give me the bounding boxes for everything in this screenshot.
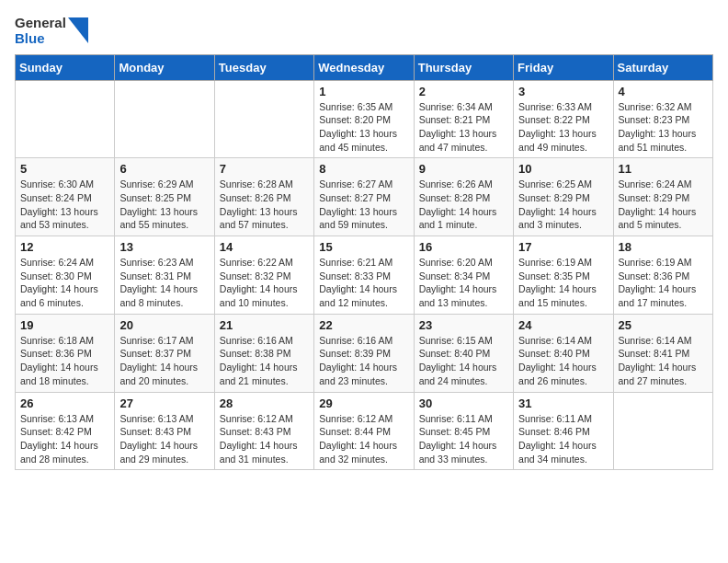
day-info: Sunrise: 6:28 AMSunset: 8:26 PMDaylight:… (220, 178, 309, 232)
day-number: 13 (119, 240, 209, 254)
calendar-cell (214, 80, 313, 158)
day-number: 15 (319, 240, 408, 254)
day-number: 24 (518, 318, 608, 332)
day-number: 9 (419, 162, 508, 176)
day-info: Sunrise: 6:11 AMSunset: 8:46 PMDaylight:… (518, 412, 608, 466)
day-number: 25 (619, 318, 708, 332)
logo-triangle-icon (68, 17, 88, 43)
day-info: Sunrise: 6:35 AMSunset: 8:20 PMDaylight:… (319, 100, 408, 155)
calendar-cell: 4Sunrise: 6:32 AMSunset: 8:23 PMDaylight… (613, 80, 712, 158)
logo: General Blue (15, 15, 88, 47)
day-info: Sunrise: 6:24 AMSunset: 8:29 PMDaylight:… (619, 178, 708, 232)
day-info: Sunrise: 6:13 AMSunset: 8:43 PMDaylight:… (119, 412, 209, 466)
calendar-cell: 12Sunrise: 6:24 AMSunset: 8:30 PMDayligh… (16, 236, 115, 315)
calendar-week-row: 12Sunrise: 6:24 AMSunset: 8:30 PMDayligh… (16, 236, 713, 315)
day-info: Sunrise: 6:19 AMSunset: 8:35 PMDaylight:… (518, 256, 608, 310)
calendar-cell: 14Sunrise: 6:22 AMSunset: 8:32 PMDayligh… (214, 236, 313, 315)
calendar-cell: 27Sunrise: 6:13 AMSunset: 8:43 PMDayligh… (115, 392, 214, 470)
day-number: 7 (220, 162, 309, 176)
day-info: Sunrise: 6:25 AMSunset: 8:29 PMDaylight:… (518, 178, 608, 232)
day-info: Sunrise: 6:34 AMSunset: 8:21 PMDaylight:… (419, 100, 508, 155)
day-number: 22 (319, 318, 408, 332)
day-number: 17 (518, 240, 608, 254)
weekday-header-monday: Monday (115, 54, 214, 80)
calendar-cell: 19Sunrise: 6:18 AMSunset: 8:36 PMDayligh… (16, 314, 115, 392)
calendar-cell: 2Sunrise: 6:34 AMSunset: 8:21 PMDaylight… (414, 80, 513, 158)
day-info: Sunrise: 6:14 AMSunset: 8:40 PMDaylight:… (518, 334, 608, 388)
svg-marker-0 (68, 17, 88, 43)
calendar-table: SundayMondayTuesdayWednesdayThursdayFrid… (15, 54, 713, 471)
calendar-cell: 8Sunrise: 6:27 AMSunset: 8:27 PMDaylight… (314, 158, 414, 236)
day-info: Sunrise: 6:33 AMSunset: 8:22 PMDaylight:… (518, 100, 608, 155)
day-info: Sunrise: 6:30 AMSunset: 8:24 PMDaylight:… (20, 178, 109, 232)
calendar-cell: 7Sunrise: 6:28 AMSunset: 8:26 PMDaylight… (214, 158, 313, 236)
weekday-header-tuesday: Tuesday (214, 54, 313, 80)
weekday-header-wednesday: Wednesday (314, 54, 414, 80)
day-info: Sunrise: 6:14 AMSunset: 8:41 PMDaylight:… (619, 334, 708, 388)
calendar-cell (16, 80, 115, 158)
calendar-cell: 16Sunrise: 6:20 AMSunset: 8:34 PMDayligh… (414, 236, 513, 315)
day-number: 10 (518, 162, 608, 176)
day-info: Sunrise: 6:18 AMSunset: 8:36 PMDaylight:… (20, 334, 109, 388)
calendar-cell: 30Sunrise: 6:11 AMSunset: 8:45 PMDayligh… (414, 392, 513, 470)
calendar-cell: 24Sunrise: 6:14 AMSunset: 8:40 PMDayligh… (514, 314, 613, 392)
day-number: 2 (419, 85, 508, 98)
calendar-cell: 6Sunrise: 6:29 AMSunset: 8:25 PMDaylight… (115, 158, 214, 236)
calendar-cell: 18Sunrise: 6:19 AMSunset: 8:36 PMDayligh… (613, 236, 712, 315)
day-number: 29 (319, 396, 408, 410)
calendar-cell: 15Sunrise: 6:21 AMSunset: 8:33 PMDayligh… (314, 236, 414, 315)
day-info: Sunrise: 6:13 AMSunset: 8:42 PMDaylight:… (20, 412, 109, 466)
day-info: Sunrise: 6:32 AMSunset: 8:23 PMDaylight:… (619, 100, 708, 155)
calendar-cell: 21Sunrise: 6:16 AMSunset: 8:38 PMDayligh… (214, 314, 313, 392)
day-number: 4 (619, 85, 708, 98)
day-info: Sunrise: 6:23 AMSunset: 8:31 PMDaylight:… (119, 256, 209, 310)
weekday-header-sunday: Sunday (16, 54, 115, 80)
day-info: Sunrise: 6:20 AMSunset: 8:34 PMDaylight:… (419, 256, 508, 310)
day-number: 30 (419, 396, 508, 410)
day-number: 5 (20, 162, 109, 176)
day-number: 12 (20, 240, 109, 254)
day-number: 3 (518, 85, 608, 98)
day-info: Sunrise: 6:29 AMSunset: 8:25 PMDaylight:… (119, 178, 209, 232)
day-number: 20 (119, 318, 209, 332)
day-info: Sunrise: 6:17 AMSunset: 8:37 PMDaylight:… (119, 334, 209, 388)
day-number: 21 (220, 318, 309, 332)
day-info: Sunrise: 6:19 AMSunset: 8:36 PMDaylight:… (619, 256, 708, 310)
calendar-cell: 20Sunrise: 6:17 AMSunset: 8:37 PMDayligh… (115, 314, 214, 392)
logo-general-text: General (15, 15, 66, 30)
day-number: 1 (319, 85, 408, 98)
day-info: Sunrise: 6:27 AMSunset: 8:27 PMDaylight:… (319, 178, 408, 232)
weekday-header-friday: Friday (514, 54, 613, 80)
calendar-cell: 10Sunrise: 6:25 AMSunset: 8:29 PMDayligh… (514, 158, 613, 236)
day-info: Sunrise: 6:26 AMSunset: 8:28 PMDaylight:… (419, 178, 508, 232)
calendar-cell: 11Sunrise: 6:24 AMSunset: 8:29 PMDayligh… (613, 158, 712, 236)
day-number: 26 (20, 396, 109, 410)
logo-blue-text: Blue (15, 30, 66, 46)
calendar-cell: 17Sunrise: 6:19 AMSunset: 8:35 PMDayligh… (514, 236, 613, 315)
calendar-cell: 9Sunrise: 6:26 AMSunset: 8:28 PMDaylight… (414, 158, 513, 236)
calendar-week-row: 5Sunrise: 6:30 AMSunset: 8:24 PMDaylight… (16, 158, 713, 236)
weekday-header-row: SundayMondayTuesdayWednesdayThursdayFrid… (16, 54, 713, 80)
logo-container: General Blue (15, 15, 88, 47)
calendar-cell: 26Sunrise: 6:13 AMSunset: 8:42 PMDayligh… (16, 392, 115, 470)
day-number: 14 (220, 240, 309, 254)
calendar-week-row: 26Sunrise: 6:13 AMSunset: 8:42 PMDayligh… (16, 392, 713, 470)
day-info: Sunrise: 6:12 AMSunset: 8:43 PMDaylight:… (220, 412, 309, 466)
calendar-cell: 13Sunrise: 6:23 AMSunset: 8:31 PMDayligh… (115, 236, 214, 315)
calendar-week-row: 19Sunrise: 6:18 AMSunset: 8:36 PMDayligh… (16, 314, 713, 392)
day-info: Sunrise: 6:24 AMSunset: 8:30 PMDaylight:… (20, 256, 109, 310)
calendar-cell: 31Sunrise: 6:11 AMSunset: 8:46 PMDayligh… (514, 392, 613, 470)
calendar-cell: 23Sunrise: 6:15 AMSunset: 8:40 PMDayligh… (414, 314, 513, 392)
calendar-week-row: 1Sunrise: 6:35 AMSunset: 8:20 PMDaylight… (16, 80, 713, 158)
day-info: Sunrise: 6:11 AMSunset: 8:45 PMDaylight:… (419, 412, 508, 466)
day-number: 19 (20, 318, 109, 332)
day-info: Sunrise: 6:22 AMSunset: 8:32 PMDaylight:… (220, 256, 309, 310)
calendar-cell: 3Sunrise: 6:33 AMSunset: 8:22 PMDaylight… (514, 80, 613, 158)
day-info: Sunrise: 6:16 AMSunset: 8:38 PMDaylight:… (220, 334, 309, 388)
day-number: 31 (518, 396, 608, 410)
calendar-cell: 29Sunrise: 6:12 AMSunset: 8:44 PMDayligh… (314, 392, 414, 470)
calendar-cell (613, 392, 712, 470)
day-info: Sunrise: 6:16 AMSunset: 8:39 PMDaylight:… (319, 334, 408, 388)
day-number: 18 (619, 240, 708, 254)
day-info: Sunrise: 6:12 AMSunset: 8:44 PMDaylight:… (319, 412, 408, 466)
